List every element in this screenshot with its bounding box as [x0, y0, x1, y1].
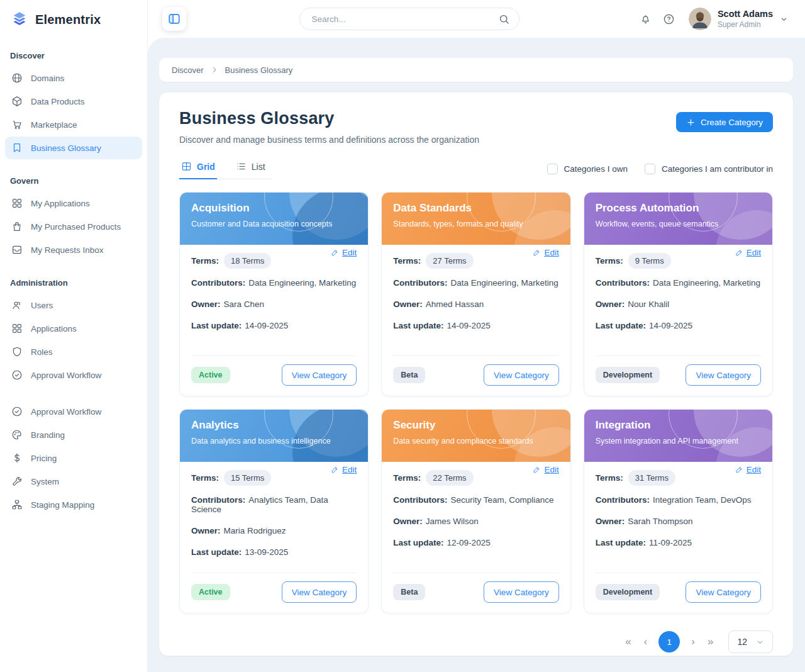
users-icon	[11, 300, 23, 311]
terms-count-badge: 22 Terms	[426, 470, 473, 486]
last-update-value: 11-09-2025	[649, 538, 692, 547]
help-button[interactable]	[658, 8, 680, 30]
sidebar-item-users[interactable]: Users	[5, 294, 142, 316]
last-update-value: 14-09-2025	[649, 321, 692, 330]
contributors-value: Data Engineering, Marketing	[248, 278, 356, 288]
terms-count-badge: 15 Terms	[224, 470, 271, 486]
edit-link[interactable]: Edit	[533, 465, 558, 474]
view-tabs: Grid List	[179, 157, 271, 179]
owner-value: Ahmed Hassan	[426, 300, 484, 309]
sidebar-item-branding[interactable]: Branding	[5, 423, 142, 446]
view-category-button[interactable]: View Category	[686, 364, 761, 386]
notifications-button[interactable]	[635, 8, 657, 30]
pencil-icon	[735, 249, 743, 257]
category-card-header: Process Automation Workflow, events, que…	[584, 193, 772, 245]
filter-categories-contributor[interactable]: Categories I am contributor in	[645, 164, 773, 174]
check-circle-icon	[11, 369, 23, 381]
edit-link[interactable]: Edit	[533, 248, 558, 257]
sidebar-item-roles[interactable]: Roles	[5, 340, 142, 363]
tab-grid[interactable]: Grid	[179, 157, 217, 179]
create-category-button[interactable]: Create Category	[676, 112, 773, 132]
sidebar-item-data-products[interactable]: Data Products	[5, 90, 142, 113]
view-category-button[interactable]: View Category	[484, 581, 559, 603]
main-column: Scott Adams Super Admin Discover Busines…	[148, 0, 805, 672]
category-card-acquisition: Acquisition Customer and Data acquisitio…	[179, 192, 369, 396]
brand-name: Elementrix	[35, 13, 101, 27]
page-size-select[interactable]: 12	[728, 630, 773, 653]
sidebar-item-marketplace[interactable]: Marketplace	[5, 113, 142, 136]
sidebar-item-business-glossary[interactable]: Business Glossary	[5, 137, 142, 159]
pencil-icon	[331, 466, 339, 474]
contributors-value: Integration Team, DevOps	[653, 495, 752, 505]
dollar-icon	[11, 452, 23, 464]
prev-page-button[interactable]: ‹	[638, 633, 654, 651]
next-page-button[interactable]: ›	[685, 633, 701, 651]
sidebar-item-applications[interactable]: Applications	[5, 317, 142, 340]
status-badge: Development	[596, 584, 660, 600]
category-title: Analytics	[191, 419, 357, 432]
category-filters: Categories I own Categories I am contrib…	[547, 164, 773, 179]
first-page-button[interactable]: «	[619, 633, 637, 651]
edit-link[interactable]: Edit	[735, 248, 761, 257]
category-card-body: Terms: 9 Terms Edit Contributors:Data En…	[584, 245, 772, 396]
edit-link[interactable]: Edit	[735, 465, 761, 474]
search-input[interactable]	[311, 14, 498, 24]
sitemap-icon	[11, 499, 23, 510]
terms-count-badge: 31 Terms	[628, 470, 675, 486]
status-badge: Beta	[393, 584, 425, 600]
filter-own-checkbox[interactable]	[547, 164, 558, 174]
owner-value: Nour Khalil	[628, 300, 669, 309]
sidebar-heading-govern: Govern	[10, 176, 137, 186]
category-description: System integration and API management	[596, 437, 761, 445]
content-area: Discover Business Glossary Business Glos…	[148, 38, 805, 672]
search-button[interactable]	[498, 13, 510, 25]
category-description: Customer and Data acquisition concepts	[191, 220, 357, 228]
view-category-button[interactable]: View Category	[484, 364, 559, 386]
last-page-button[interactable]: »	[701, 633, 719, 651]
sidebar-item-staging-mapping[interactable]: Staging Mapping	[5, 493, 142, 516]
breadcrumb: Discover Business Glossary	[159, 58, 793, 82]
sidebar-item-approval-workflow[interactable]: Approval Workflow	[5, 364, 142, 386]
filter-contributor-checkbox[interactable]	[645, 164, 655, 174]
sidebar-item-domains[interactable]: Domains	[5, 67, 142, 89]
view-category-button[interactable]: View Category	[282, 581, 357, 603]
category-card-process-automation: Process Automation Workflow, events, que…	[584, 192, 773, 396]
tab-list[interactable]: List	[234, 157, 267, 179]
view-category-button[interactable]: View Category	[282, 364, 357, 386]
sidebar-item-pricing[interactable]: Pricing	[5, 447, 142, 469]
bag-icon	[11, 221, 23, 232]
sidebar-toggle-button[interactable]	[162, 7, 186, 31]
panel-header: Business Glossary Discover and manage bu…	[179, 109, 773, 145]
sidebar-item-my-applications[interactable]: My Applications	[5, 192, 142, 215]
breadcrumb-discover[interactable]: Discover	[172, 65, 204, 75]
category-card-header: Security Data security and compliance st…	[382, 410, 570, 462]
edit-link[interactable]: Edit	[331, 465, 357, 474]
category-title: Process Automation	[596, 202, 761, 215]
filter-categories-i-own[interactable]: Categories I own	[547, 164, 628, 174]
current-page-indicator[interactable]: 1	[658, 631, 680, 652]
topbar: Scott Adams Super Admin	[148, 0, 805, 38]
category-title: Data Standards	[393, 202, 558, 215]
user-menu[interactable]: Scott Adams Super Admin	[689, 8, 789, 30]
view-category-button[interactable]: View Category	[686, 581, 761, 603]
owner-value: Sara Chen	[224, 300, 265, 309]
user-role: Super Admin	[718, 20, 773, 30]
business-glossary-panel: Business Glossary Discover and manage bu…	[159, 92, 793, 656]
avatar	[689, 8, 711, 30]
category-card-integration: Integration System integration and API m…	[584, 409, 773, 613]
toolbar: Grid List Categories I own Categories I …	[179, 157, 773, 179]
sidebar: Elementrix Discover Domains Data Product…	[0, 0, 148, 672]
pagination: « ‹ 1 › » 12	[179, 630, 773, 653]
sidebar-item-system[interactable]: System	[5, 470, 142, 493]
terms-count-badge: 27 Terms	[426, 253, 473, 269]
sidebar-item-my-requests-inbox[interactable]: My Requests Inbox	[5, 238, 142, 261]
category-description: Workflow, events, queue semantics	[596, 220, 761, 228]
list-view-icon	[236, 161, 247, 172]
sidebar-item-my-purchased-products[interactable]: My Purchased Products	[5, 215, 142, 238]
category-card-body: Terms: 15 Terms Edit Contributors:Analyt…	[180, 462, 368, 613]
edit-link[interactable]: Edit	[331, 248, 357, 257]
apps-icon	[11, 323, 23, 334]
category-card-header: Analytics Data analytics and business in…	[180, 410, 368, 462]
breadcrumb-business-glossary: Business Glossary	[225, 65, 293, 75]
sidebar-item-approval-workflow-2[interactable]: Approval Workflow	[5, 400, 142, 423]
